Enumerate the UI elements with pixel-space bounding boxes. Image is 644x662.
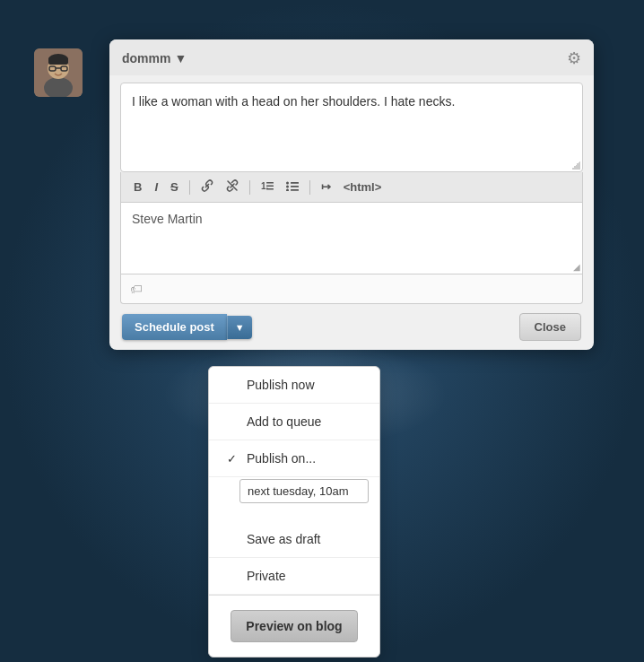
preview-btn-wrapper: Preview on blog xyxy=(209,596,379,657)
italic-button[interactable]: I xyxy=(151,179,161,196)
post-content-text: I like a woman with a head on her should… xyxy=(132,94,455,109)
footer-actions: Schedule post ▼ Close xyxy=(109,304,594,350)
svg-rect-11 xyxy=(266,188,274,190)
svg-point-12 xyxy=(286,182,289,185)
publish-now-item[interactable]: Publish now xyxy=(209,367,379,404)
toolbar-separator-2 xyxy=(249,180,250,195)
html-button[interactable]: <html> xyxy=(340,179,386,196)
post-content-area[interactable]: I like a woman with a head on her should… xyxy=(120,83,583,172)
indent-button[interactable]: ↦ xyxy=(318,179,335,196)
unlink-button[interactable] xyxy=(222,178,242,196)
publish-on-date-input[interactable] xyxy=(239,479,369,503)
card-header: dommm ▼ ⚙ xyxy=(109,39,594,75)
toolbar-separator-3 xyxy=(309,180,310,195)
publish-dropdown-menu: Publish now Add to queue ✓ Publish on...… xyxy=(208,366,380,658)
source-area[interactable]: Steve Martin ◢ xyxy=(120,203,583,274)
source-text: Steve Martin xyxy=(132,212,203,226)
save-as-draft-label: Save as draft xyxy=(247,532,321,546)
unordered-list-button[interactable] xyxy=(283,179,302,196)
link-button[interactable] xyxy=(197,178,217,196)
publish-on-label: Publish on... xyxy=(247,451,316,466)
tag-area[interactable]: 🏷 xyxy=(120,274,583,304)
publish-on-check: ✓ xyxy=(227,452,239,466)
svg-rect-4 xyxy=(48,57,68,65)
svg-point-14 xyxy=(286,189,289,192)
publish-on-input-wrapper xyxy=(209,477,379,521)
tag-icon: 🏷 xyxy=(130,282,143,296)
source-resize-handle[interactable]: ◢ xyxy=(573,263,580,272)
svg-rect-16 xyxy=(291,186,299,187)
resize-handle[interactable] xyxy=(571,161,580,170)
avatar xyxy=(34,48,83,97)
svg-rect-9 xyxy=(266,182,274,184)
svg-rect-15 xyxy=(291,182,299,184)
blog-name-label: dommm xyxy=(122,51,170,65)
main-card: dommm ▼ ⚙ I like a woman with a head on … xyxy=(109,39,594,350)
settings-icon[interactable]: ⚙ xyxy=(567,48,581,68)
add-to-queue-label: Add to queue xyxy=(247,414,321,429)
toolbar-separator-1 xyxy=(189,180,190,195)
private-item[interactable]: Private xyxy=(209,558,379,595)
schedule-dropdown-toggle[interactable]: ▼ xyxy=(227,316,252,339)
svg-rect-10 xyxy=(266,186,274,187)
close-button[interactable]: Close xyxy=(519,313,581,341)
svg-rect-17 xyxy=(291,189,299,191)
dropdown-arrow-icon: ▼ xyxy=(235,322,245,333)
svg-point-13 xyxy=(286,186,289,188)
private-label: Private xyxy=(247,569,286,583)
publish-on-item[interactable]: ✓ Publish on... xyxy=(209,440,379,477)
blog-name: dommm ▼ xyxy=(122,51,187,65)
add-to-queue-item[interactable]: Add to queue xyxy=(209,404,379,440)
formatting-toolbar: B I S 1. xyxy=(120,172,583,203)
schedule-post-button[interactable]: Schedule post xyxy=(122,314,227,340)
preview-on-blog-button[interactable]: Preview on blog xyxy=(231,610,358,642)
preview-on-blog-label: Preview on blog xyxy=(246,619,342,633)
blog-dropdown-arrow[interactable]: ▼ xyxy=(174,51,187,65)
bold-button[interactable]: B xyxy=(130,179,145,196)
save-as-draft-item[interactable]: Save as draft xyxy=(209,521,379,558)
schedule-button-group: Schedule post ▼ xyxy=(122,314,252,340)
strikethrough-button[interactable]: S xyxy=(167,179,182,196)
publish-now-label: Publish now xyxy=(247,378,315,392)
ordered-list-button[interactable]: 1. xyxy=(257,179,277,196)
